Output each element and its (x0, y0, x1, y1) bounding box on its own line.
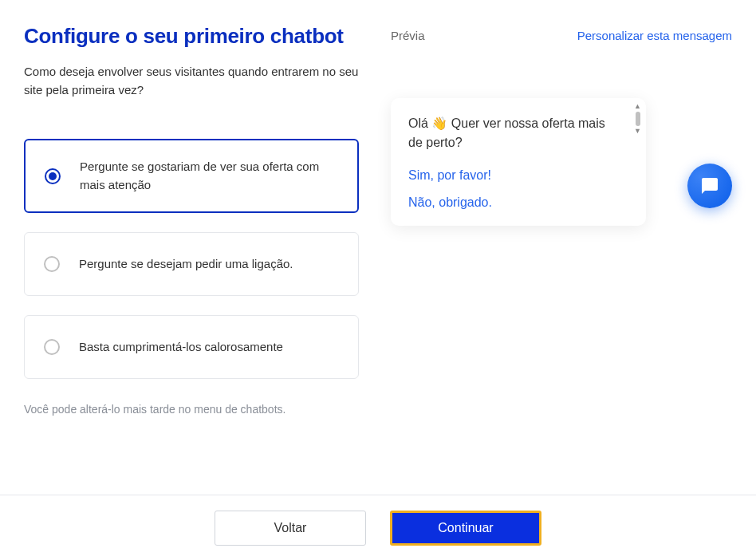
chat-greeting: Olá 👋 Quer ver nossa oferta mais de pert… (408, 114, 628, 152)
option-label: Pergunte se gostariam de ver sua oferta … (80, 158, 338, 194)
option-greet-warmly[interactable]: Basta cumprimentá-los calorosamente (24, 315, 359, 379)
radio-icon (44, 256, 60, 272)
option-label: Pergunte se desejam pedir uma ligação. (79, 255, 293, 274)
radio-icon (45, 168, 61, 184)
scroll-up-icon[interactable]: ▲ (634, 103, 641, 110)
option-view-offer[interactable]: Pergunte se gostariam de ver sua oferta … (24, 139, 359, 213)
customize-message-link[interactable]: Personalizar esta mensagem (577, 29, 732, 42)
wave-emoji: 👋 (431, 116, 447, 130)
chat-preview-card: ▲ ▼ Olá 👋 Quer ver nossa oferta mais de … (391, 98, 646, 226)
chat-reply-yes[interactable]: Sim, por favor! (408, 168, 628, 183)
scroll-thumb[interactable] (636, 112, 640, 126)
page-title: Configure o seu primeiro chatbot (24, 24, 359, 49)
option-request-call[interactable]: Pergunte se desejam pedir uma ligação. (24, 232, 359, 296)
option-label: Basta cumprimentá-los calorosamente (79, 338, 283, 357)
preview-label: Prévia (391, 29, 425, 42)
page-subtitle: Como deseja envolver seus visitantes qua… (24, 63, 359, 99)
radio-icon (44, 339, 60, 355)
chat-fab-button[interactable] (687, 164, 732, 208)
chat-icon (700, 176, 719, 195)
hint-text: Você pode alterá-lo mais tarde no menu d… (24, 403, 359, 416)
footer: Voltar Continuar (0, 495, 756, 560)
scrollbar[interactable]: ▲ ▼ (634, 103, 641, 135)
scroll-down-icon[interactable]: ▼ (634, 128, 641, 135)
back-button[interactable]: Voltar (215, 511, 366, 546)
chat-reply-no[interactable]: Não, obrigado. (408, 195, 628, 210)
continue-button[interactable]: Continuar (390, 511, 541, 546)
